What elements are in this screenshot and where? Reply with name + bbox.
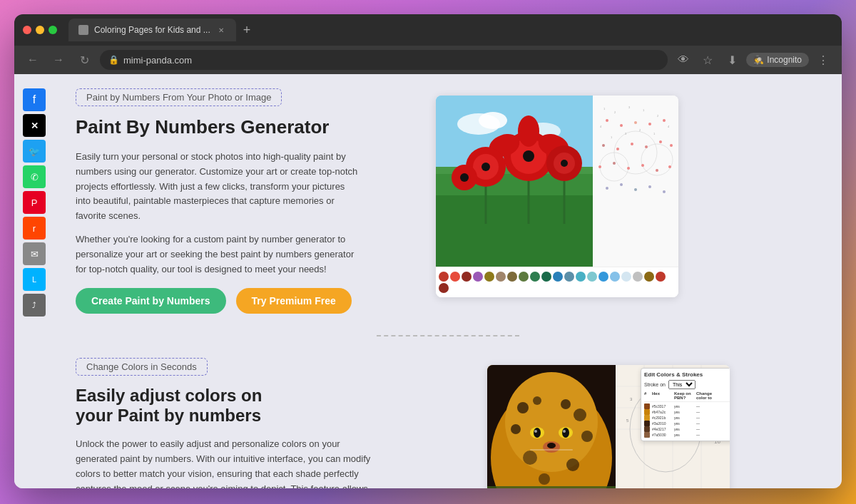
pinterest-icon[interactable]: P — [23, 191, 46, 214]
palette-color-dot — [564, 272, 574, 282]
close-button[interactable] — [23, 26, 31, 34]
palette-color-dot — [484, 272, 494, 282]
bookmark-icon[interactable]: ☆ — [698, 50, 718, 70]
palette-color-dot — [439, 283, 449, 293]
section1-layout: Paint by Numbers From Your Photo or Imag… — [76, 88, 710, 314]
svg-point-76 — [562, 428, 569, 438]
url-display: mimi-panda.com — [123, 55, 192, 66]
back-button[interactable]: ← — [23, 50, 43, 70]
svg-point-5 — [479, 112, 507, 129]
palette-color-dot — [462, 272, 472, 282]
section-divider — [54, 328, 842, 344]
section2-layout: Change Colors in Seconds Easily adjust c… — [76, 358, 813, 488]
section-change-colors: Change Colors in Seconds Easily adjust c… — [54, 344, 842, 488]
download-icon[interactable]: ⬇ — [722, 50, 742, 70]
svg-point-42 — [648, 123, 651, 125]
traffic-lights — [23, 26, 57, 34]
dashed-divider — [377, 335, 519, 336]
create-paint-button[interactable]: Create Paint by Numbers — [76, 288, 226, 314]
svg-point-71 — [566, 458, 579, 471]
palette-color-dot — [610, 272, 620, 282]
browser-window: Coloring Pages for Kids and ... ✕ + ← → … — [14, 14, 842, 488]
palette-color-dot — [587, 272, 597, 282]
svg-point-51 — [613, 162, 616, 165]
x-icon[interactable]: ✕ — [23, 114, 46, 137]
stroke-row: Stroke on This — [644, 380, 730, 389]
color-row-3: #c2921byes— — [644, 415, 730, 421]
svg-point-56 — [606, 187, 608, 190]
edit-colors-panel: Edit Colors & Strokes Stroke on This #He… — [641, 368, 730, 441]
svg-point-60 — [663, 190, 666, 193]
color-palette-strip — [436, 267, 678, 297]
svg-point-59 — [648, 185, 651, 188]
svg-point-67 — [574, 408, 586, 421]
section1-title: Paint By Numbers Generator — [76, 116, 404, 138]
tab-close-icon[interactable]: ✕ — [216, 25, 226, 35]
pbn-outline-svg: 12 31 24 13 21 4 — [593, 96, 678, 267]
share-icon[interactable]: ⤴ — [23, 294, 46, 317]
svg-point-18 — [561, 160, 568, 167]
svg-point-64 — [517, 402, 529, 413]
main-area: Paint by Numbers From Your Photo or Imag… — [54, 74, 842, 488]
stroke-select[interactable]: This — [668, 380, 696, 389]
palette-color-dot — [656, 272, 666, 282]
eye-slash-icon[interactable]: 👁 — [673, 50, 693, 70]
section1-para2: Whether you're looking for a custom pain… — [76, 232, 361, 277]
reddit-icon[interactable]: r — [23, 217, 46, 240]
svg-point-63 — [505, 372, 598, 472]
section1-right: 12 31 24 13 21 4 — [404, 88, 710, 314]
pbn-outline-panel: 3 2 1 4 5 2 3 1 6 1 — [616, 365, 730, 488]
section2-title: Easily adjust colors on your Paint by nu… — [76, 386, 404, 426]
email-icon[interactable]: ✉ — [23, 242, 46, 265]
svg-point-45 — [616, 148, 619, 150]
menu-icon[interactable]: ⋮ — [813, 50, 833, 70]
forward-button[interactable]: → — [49, 50, 68, 70]
pbn-preview: 12 31 24 13 21 4 — [593, 96, 678, 267]
color-swatch — [644, 432, 650, 438]
palette-color-dot — [496, 272, 506, 282]
toolbar-actions: 👁 ☆ ⬇ 🕵 Incognito ⋮ — [673, 50, 833, 70]
incognito-button[interactable]: 🕵 Incognito — [746, 53, 809, 67]
svg-point-54 — [656, 169, 658, 172]
svg-point-66 — [561, 399, 571, 409]
section2-badge: Change Colors in Seconds — [76, 358, 208, 376]
svg-point-69 — [581, 431, 593, 442]
address-bar[interactable]: 🔒 mimi-panda.com — [100, 50, 668, 70]
tab-bar: Coloring Pages for Kids and ... ✕ + — [68, 19, 813, 41]
edit-panel-header: #HexKeep on PBN?Change color to — [644, 391, 730, 402]
new-tab-button[interactable]: + — [239, 23, 255, 38]
palette-color-dot — [450, 272, 460, 282]
edit-panel-title: Edit Colors & Strokes — [644, 371, 730, 378]
refresh-button[interactable]: ↻ — [74, 50, 94, 70]
facebook-icon[interactable]: f — [23, 88, 46, 111]
leopard-card: 3 2 1 4 5 2 3 1 6 1 — [487, 365, 730, 488]
svg-point-15 — [482, 163, 490, 171]
svg-point-65 — [533, 396, 541, 405]
minimize-button[interactable] — [36, 26, 44, 34]
color-swatch — [644, 426, 650, 432]
tab-title: Coloring Pages for Kids and ... — [94, 25, 210, 35]
svg-point-47 — [645, 145, 648, 148]
palette-color-dot — [473, 272, 483, 282]
color-swatch — [644, 421, 650, 426]
svg-rect-82 — [487, 486, 616, 488]
twitter-icon[interactable]: 🐦 — [23, 140, 46, 163]
stroke-label: Stroke on — [644, 382, 666, 387]
leopard-svg — [487, 365, 616, 488]
section1-left: Paint by Numbers From Your Photo or Imag… — [76, 88, 404, 314]
section2-para1: Unlock the power to easily adjust and pe… — [76, 437, 375, 488]
svg-point-49 — [670, 144, 673, 147]
tab-favicon — [78, 25, 88, 35]
active-tab[interactable]: Coloring Pages for Kids and ... ✕ — [68, 19, 236, 41]
palette-color-dot — [507, 272, 517, 282]
svg-point-70 — [523, 451, 537, 465]
try-premium-button[interactable]: Try Premium Free — [236, 288, 352, 314]
svg-point-20 — [460, 173, 469, 182]
section2-left: Change Colors in Seconds Easily adjust c… — [76, 358, 404, 488]
browser-toolbar: ← → ↻ 🔒 mimi-panda.com 👁 ☆ ⬇ 🕵 Incognito… — [14, 46, 842, 74]
line-icon[interactable]: L — [23, 268, 46, 291]
color-swatch — [644, 409, 650, 415]
whatsapp-icon[interactable]: ✆ — [23, 165, 46, 188]
palette-color-dot — [541, 272, 551, 282]
maximize-button[interactable] — [49, 26, 57, 34]
